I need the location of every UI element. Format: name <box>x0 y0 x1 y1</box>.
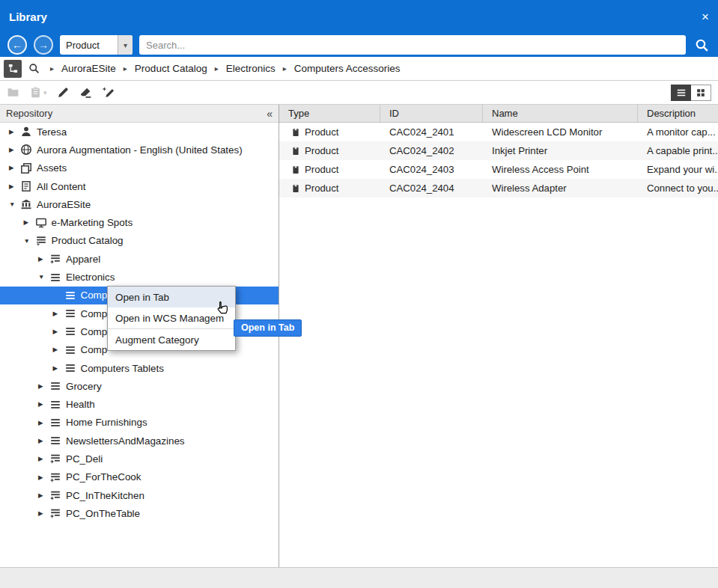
collapsed-arrow-icon[interactable]: ▶ <box>38 256 49 263</box>
category-icon <box>64 344 76 356</box>
breadcrumb-item-auroraesite[interactable]: AuroraESite <box>61 63 116 74</box>
column-header-name[interactable]: Name <box>483 105 638 122</box>
tree-item-computers-tablets[interactable]: ▶Computers Tablets <box>0 359 279 377</box>
column-header-id[interactable]: ID <box>380 105 483 122</box>
augment-button[interactable] <box>102 86 115 99</box>
tree-item-grocery[interactable]: ▶Grocery <box>0 377 279 395</box>
column-header-type[interactable]: Type <box>279 105 380 122</box>
cell-type: Product <box>279 183 380 194</box>
table-row[interactable]: ProductCAC024_2403Wireless Access PointE… <box>279 160 718 179</box>
tree-item-home-furnishings[interactable]: ▶Home Furnishings <box>0 414 279 432</box>
context-menu-item-open-in-tab[interactable]: Open in Tab <box>108 287 235 307</box>
collapsed-arrow-icon[interactable]: ▶ <box>9 183 20 190</box>
tree-item-pc-forthecook[interactable]: ▶PC_ForTheCook <box>0 468 279 486</box>
cell-description: Connect to you... <box>638 183 718 194</box>
tree-item-auroraesite[interactable]: ▼AuroraESite <box>0 195 279 213</box>
collapsed-arrow-icon[interactable]: ▶ <box>9 147 20 153</box>
back-button[interactable]: ← <box>7 35 27 55</box>
collapsed-arrow-icon[interactable]: ▶ <box>24 219 35 226</box>
breadcrumb-item-electronics[interactable]: Electronics <box>226 63 276 74</box>
collapsed-arrow-icon[interactable]: ▶ <box>9 129 20 135</box>
erase-button[interactable] <box>79 86 92 99</box>
tree-item-label: NewslettersAndMagazines <box>66 435 185 447</box>
expanded-arrow-icon[interactable]: ▼ <box>24 238 35 245</box>
category-icon <box>64 325 76 337</box>
collapsed-arrow-icon[interactable]: ▶ <box>53 310 64 317</box>
title-bar: Library × <box>0 0 718 33</box>
tree-item-assets[interactable]: ▶Assets <box>0 159 279 177</box>
expanded-arrow-icon[interactable]: ▼ <box>9 201 20 208</box>
tree-item-newslettersandmagazines[interactable]: ▶NewslettersAndMagazines <box>0 432 279 450</box>
collapsed-arrow-icon[interactable]: ▶ <box>38 474 49 481</box>
tree-item-all-content[interactable]: ▶All Content <box>0 177 279 195</box>
cell-type: Product <box>279 164 380 175</box>
cell-id: CAC024_2402 <box>380 145 483 156</box>
tree-item-label: Aurora Augmentation - English (United St… <box>37 144 243 156</box>
tree-item-label: Electronics <box>66 272 115 283</box>
tree-item-pc-inthekitchen[interactable]: ▶PC_InTheKitchen <box>0 486 279 504</box>
column-header-description[interactable]: Description <box>638 105 718 122</box>
search-input[interactable] <box>139 35 686 55</box>
collapsed-arrow-icon[interactable]: ▶ <box>53 328 64 335</box>
tooltip: Open in Tab <box>234 319 302 337</box>
collapsed-arrow-icon[interactable]: ▶ <box>38 383 49 390</box>
expanded-arrow-icon[interactable]: ▼ <box>38 274 49 281</box>
pencil-icon <box>57 86 70 99</box>
hierarchy-icon <box>7 63 19 74</box>
breadcrumb-item-product-catalog[interactable]: Product Catalog <box>135 63 207 74</box>
tree-item-apparel[interactable]: ▶Apparel <box>0 250 279 268</box>
collapsed-arrow-icon[interactable]: ▶ <box>38 438 49 444</box>
tree-toggle-button[interactable] <box>4 60 22 78</box>
table-row[interactable]: ProductCAC024_2401Widescreen LCD Monitor… <box>279 123 718 141</box>
breadcrumb-item-computers-accessories[interactable]: Computers Accessories <box>294 63 401 74</box>
eraser-icon <box>79 86 92 99</box>
context-menu-item-open-in-wcs-managem[interactable]: Open in WCS Managem <box>108 307 235 328</box>
emarketing-icon <box>35 217 47 229</box>
search-button[interactable] <box>693 36 711 54</box>
grid-view-button[interactable] <box>691 85 711 101</box>
collapsed-arrow-icon[interactable]: ▶ <box>38 492 49 499</box>
tree-item-label: e-Marketing Spots <box>52 217 133 228</box>
type-label: Product <box>305 183 338 194</box>
sales-category-icon <box>49 471 61 483</box>
tree-item-e-marketing-spots[interactable]: ▶e-Marketing Spots <box>0 213 279 231</box>
collapse-panel-icon[interactable]: « <box>267 108 273 120</box>
search-toggle-button[interactable] <box>25 60 43 78</box>
augment-pencil-icon <box>102 86 115 99</box>
collapsed-arrow-icon[interactable]: ▶ <box>38 456 49 462</box>
collapsed-arrow-icon[interactable]: ▶ <box>9 165 20 171</box>
table-row[interactable]: ProductCAC024_2402Inkjet PrinterA capabl… <box>279 141 718 160</box>
tree-item-electronics[interactable]: ▼Electronics <box>0 268 279 286</box>
sales-category-icon <box>49 253 61 265</box>
tree-item-pc-deli[interactable]: ▶PC_Deli <box>0 450 279 468</box>
edit-button[interactable] <box>57 86 70 99</box>
list-view-button[interactable] <box>671 85 691 101</box>
collapsed-arrow-icon[interactable]: ▶ <box>53 346 64 353</box>
tree-item-health[interactable]: ▶Health <box>0 395 279 413</box>
context-menu-item-augment-category[interactable]: Augment Category <box>108 329 235 350</box>
tree-item-label: PC_Deli <box>66 453 103 465</box>
cell-id: CAC024_2403 <box>380 164 483 175</box>
product-icon <box>291 165 300 175</box>
tree-item-aurora-augmentation-english-united-states[interactable]: ▶Aurora Augmentation - English (United S… <box>0 141 279 159</box>
product-icon <box>291 183 300 194</box>
person-icon <box>20 126 32 138</box>
tree-item-label: Computers Tablets <box>81 363 164 374</box>
collapsed-arrow-icon[interactable]: ▶ <box>53 365 64 372</box>
sales-category-icon <box>49 507 61 519</box>
chevron-down-icon[interactable]: ▾ <box>118 35 133 55</box>
category-icon <box>49 417 61 429</box>
magnifier-icon <box>28 63 40 74</box>
collapsed-arrow-icon[interactable]: ▶ <box>38 420 49 426</box>
collapsed-arrow-icon[interactable]: ▶ <box>38 510 49 517</box>
breadcrumb-separator-icon: ▸ <box>124 64 127 73</box>
store-icon <box>20 198 32 210</box>
forward-button[interactable]: → <box>34 35 53 55</box>
tree-item-pc-onthetable[interactable]: ▶PC_OnTheTable <box>0 504 279 522</box>
collapsed-arrow-icon[interactable]: ▶ <box>38 401 49 408</box>
close-icon[interactable]: × <box>702 10 709 23</box>
tree-item-teresa[interactable]: ▶Teresa <box>0 123 279 141</box>
search-type-dropdown[interactable]: Product ▾ <box>60 35 133 55</box>
table-row[interactable]: ProductCAC024_2404Wireless AdapterConnec… <box>279 179 718 197</box>
tree-item-product-catalog[interactable]: ▼Product Catalog <box>0 232 279 250</box>
